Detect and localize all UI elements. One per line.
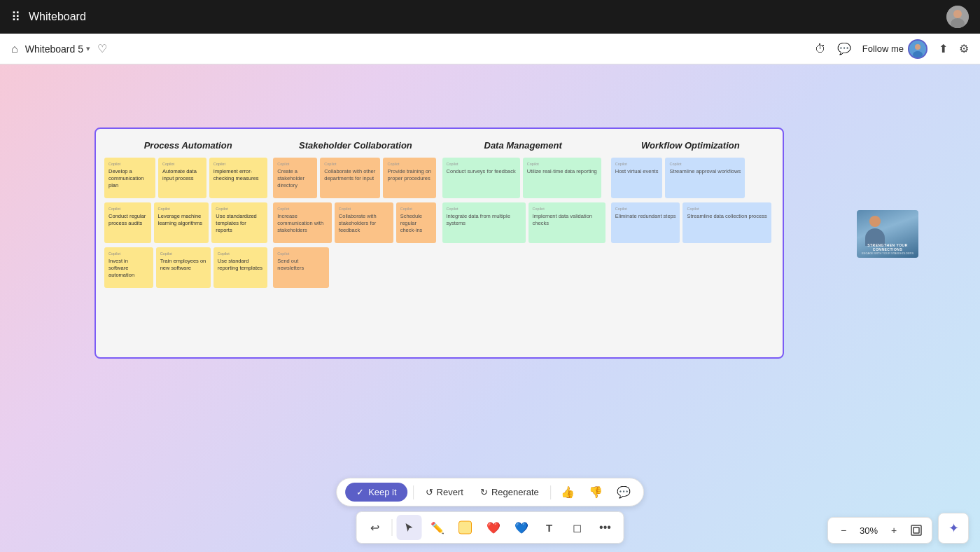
row-2: Copilot Eliminate redundant steps Copilo… [611,202,774,243]
svg-rect-7 [911,525,921,535]
column-workflow: Copilot Host virtual events Copilot Stre… [611,158,774,288]
note[interactable]: Copilot Increase communication with stak… [273,202,332,243]
reaction-tool[interactable]: 💙 [509,515,534,540]
note[interactable]: Copilot Collaborate with other departmen… [320,158,380,198]
user-avatar-top[interactable] [946,6,969,28]
shapes-tool[interactable]: ◻ [565,515,590,540]
note[interactable]: Copilot Use standardized templates for r… [211,202,267,243]
note[interactable]: Copilot Implement data validation checks [528,202,606,243]
pen-tool[interactable]: ✏️ [425,515,450,540]
note[interactable]: Copilot Use standard reporting templates [214,247,268,288]
col-header-data: Data Management [440,140,607,151]
col-header-process: Process Automation [104,140,272,151]
history-icon[interactable]: ⏱ [815,43,826,55]
thumbnail-overlay: STRENGTHEN YOUR CONNECTIONS ENGAGE WITH … [857,210,918,258]
svg-point-1 [953,10,962,18]
row-1: Copilot Develop a communication plan Cop… [104,158,267,198]
note[interactable]: Copilot Integrate data from multiple sys… [442,202,526,243]
note[interactable]: Copilot Eliminate redundant steps [611,202,680,243]
fit-to-screen-button[interactable] [906,520,926,540]
zoom-in-button[interactable]: + [884,520,904,540]
row-1: Copilot Conduct surveys for feedback Cop… [442,158,606,198]
zoom-out-button[interactable]: − [834,520,853,540]
zoom-value: 30% [856,525,881,536]
tag-icon[interactable]: ♡ [97,42,107,55]
columns-header: Process Automation Stakeholder Collabora… [104,140,774,151]
note[interactable]: Copilot Automate data input process [158,158,206,198]
thumbs-down-button[interactable]: 👎 [584,483,607,502]
column-data: Copilot Conduct surveys for feedback Cop… [442,158,606,288]
breadcrumb-title-text: Whiteboard 5 [25,43,83,55]
column-process: Copilot Develop a communication plan Cop… [104,158,267,288]
action-divider [414,485,414,499]
select-tool[interactable] [397,515,422,540]
col-header-workflow: Workflow Optimization [607,140,774,151]
text-tool[interactable]: T [537,515,562,540]
note[interactable]: Copilot Conduct regular process audits [104,202,151,243]
top-bar-left: ⠿ Whiteboard [11,9,86,25]
row-3: Copilot Invest in software automation Co… [104,247,267,288]
note[interactable]: Copilot Schedule regular check-ins [396,202,437,243]
grid-icon[interactable]: ⠿ [11,9,20,25]
canvas-area: Process Automation Stakeholder Collabora… [0,64,980,552]
revert-button[interactable]: ↺ Revert [420,483,469,501]
follow-me-button[interactable]: Follow me [862,39,927,59]
thumbs-up-button[interactable]: 👍 [556,483,579,502]
follow-me-label: Follow me [862,43,904,54]
note[interactable]: Copilot Create a stakeholder directory [273,158,317,198]
share-icon[interactable]: ⬆ [939,42,948,55]
row-2: Copilot Integrate data from multiple sys… [442,202,606,243]
breadcrumb-title[interactable]: Whiteboard 5 ▾ [25,43,90,55]
action-bar: ✓ Keep it ↺ Revert ↻ Regenerate 👍 👎 💬 [336,478,644,506]
row-1: Copilot Create a stakeholder directory C… [273,158,436,198]
chevron-down-icon: ▾ [86,44,90,53]
note[interactable]: Copilot Invest in software automation [104,247,153,288]
svg-rect-6 [459,521,472,534]
settings-icon[interactable]: ⚙ [959,42,969,55]
note[interactable]: Copilot Implement error-checking measure… [209,158,267,198]
thumbnail-text: STRENGTHEN YOUR CONNECTIONS [857,243,918,251]
regenerate-button[interactable]: ↻ Regenerate [475,483,545,501]
top-bar-right [946,6,969,28]
note[interactable]: Copilot Streamline data collection proce… [682,202,771,243]
ai-button[interactable]: ✦ [938,513,969,544]
tool-divider [392,519,393,536]
columns-body: Copilot Develop a communication plan Cop… [104,158,774,288]
info-button[interactable]: 💬 [612,483,635,502]
whiteboard-frame: Process Automation Stakeholder Collabora… [94,127,784,359]
note[interactable]: Copilot Utilize real-time data reporting [523,158,601,198]
sticker-tool[interactable] [453,515,478,540]
heart-tool[interactable]: ❤️ [481,515,506,540]
keep-button[interactable]: ✓ Keep it [345,483,407,502]
bottom-toolbar: ↩ ✏️ ❤️ 💙 T ◻ ••• [356,511,624,544]
note[interactable]: Copilot Conduct surveys for feedback [442,158,520,198]
column-stakeholder: Copilot Create a stakeholder directory C… [273,158,436,288]
thumbnail-image: STRENGTHEN YOUR CONNECTIONS ENGAGE WITH … [857,210,918,258]
note[interactable]: Copilot Develop a communication plan [104,158,155,198]
note[interactable]: Copilot Provide training on proper proce… [383,158,436,198]
note[interactable]: Copilot Streamline approval workflows [665,158,745,198]
comment-icon[interactable]: 💬 [837,42,851,55]
note[interactable]: Copilot Train employees on new software [156,247,211,288]
secondary-left: ⌂ Whiteboard 5 ▾ ♡ [11,42,107,55]
top-bar: ⠿ Whiteboard [0,0,980,34]
note[interactable]: Copilot Host virtual events [611,158,663,198]
app-title: Whiteboard [29,11,86,23]
row-2: Copilot Conduct regular process audits C… [104,202,267,243]
note[interactable]: Copilot Send out newsletters [273,247,329,288]
regenerate-label: Regenerate [491,487,539,497]
revert-label: Revert [437,487,463,497]
action-divider-2 [550,485,551,499]
note[interactable]: Copilot Leverage machine learning algori… [154,202,209,243]
home-icon[interactable]: ⌂ [11,43,18,55]
note[interactable]: Copilot Collaborate with stakeholders fo… [335,202,393,243]
row-3: Copilot Send out newsletters [273,247,436,288]
row-1: Copilot Host virtual events Copilot Stre… [611,158,774,198]
revert-icon: ↺ [426,487,433,497]
follow-avatar [908,39,927,59]
undo-button[interactable]: ↩ [363,515,388,540]
more-tools[interactable]: ••• [593,515,618,540]
keep-label: Keep it [368,487,396,497]
row-2: Copilot Increase communication with stak… [273,202,436,243]
zoom-controls: − 30% + [827,517,932,544]
